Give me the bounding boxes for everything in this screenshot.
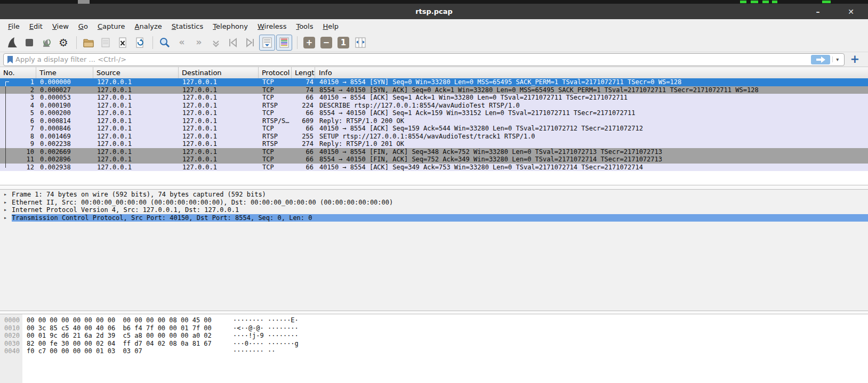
zoom-out-icon[interactable]: − (318, 35, 334, 51)
column-header-time[interactable]: Time (36, 67, 93, 78)
menu-item-capture[interactable]: Capture (93, 21, 130, 32)
expand-arrow-icon[interactable]: ▸ (4, 206, 7, 214)
hex-row-0010[interactable]: 001000 3c 85 c5 40 00 40 06 b6 f4 7f 00 … (0, 324, 868, 332)
expand-arrow-icon[interactable]: ▸ (4, 214, 7, 222)
expand-arrow-icon[interactable]: ▸ (4, 199, 7, 207)
packet-row-8[interactable]: 80.001469127.0.0.1127.0.0.1RTSP255SETUP … (0, 133, 868, 141)
packet-row-1[interactable]: 10.000000127.0.0.1127.0.0.1TCP7440150 → … (0, 78, 868, 86)
column-header-protocol[interactable]: Protocol (259, 67, 292, 78)
hex-ascii[interactable]: ·<··@·@· ········ (233, 324, 299, 332)
apply-filter-icon[interactable] (811, 55, 830, 64)
column-header-source[interactable]: Source (93, 67, 179, 78)
hex-offset: 0000 (0, 316, 22, 324)
packet-row-5[interactable]: 50.000200127.0.0.1127.0.0.1TCP668554 → 4… (0, 109, 868, 117)
packet-time: 0.000000 (36, 78, 93, 86)
packet-row-12[interactable]: 120.002938127.0.0.1127.0.0.1TCP6640150 →… (0, 164, 868, 172)
toolbar-separator (297, 36, 298, 49)
colorize-packets-icon[interactable] (276, 35, 292, 51)
packet-row-3[interactable]: 30.000053127.0.0.1127.0.0.1TCP6640150 → … (0, 94, 868, 102)
expand-arrow-icon[interactable]: ▸ (4, 191, 7, 199)
last-packet-icon[interactable] (242, 35, 258, 51)
packet-row-9[interactable]: 90.002238127.0.0.1127.0.0.1RTSP274Reply:… (0, 140, 868, 148)
menu-item-statistics[interactable]: Statistics (167, 21, 208, 32)
minimize-icon[interactable]: – (806, 4, 830, 19)
hex-ascii[interactable]: ····!j-9 ········ (233, 332, 299, 340)
hex-row-0020[interactable]: 002000 01 9c d6 21 6a 2d 39 c5 a8 00 00 … (0, 332, 868, 340)
hex-bytes[interactable]: 00 3c 85 c5 40 00 40 06 b6 f4 7f 00 00 0… (22, 324, 233, 332)
pane-splitter-top[interactable] (0, 185, 868, 190)
column-header-info[interactable]: Info (315, 67, 868, 78)
normal-size-icon[interactable]: 1 (335, 35, 351, 51)
packet-row-11[interactable]: 110.002896127.0.0.1127.0.0.1TCP668554 → … (0, 156, 868, 164)
packet-destination: 127.0.0.1 (179, 140, 259, 148)
packet-time: 0.000190 (36, 102, 93, 110)
hex-bytes[interactable]: 00 00 00 00 00 00 00 00 00 00 00 00 08 0… (22, 316, 233, 324)
packet-destination: 127.0.0.1 (179, 133, 259, 141)
conversation-bracket (5, 156, 9, 164)
menu-item-wireless[interactable]: Wireless (253, 21, 291, 32)
menu-item-file[interactable]: File (3, 21, 25, 32)
close-icon[interactable]: ✕ (839, 4, 863, 19)
hex-bytes[interactable]: 82 00 fe 30 00 00 02 04 ff d7 04 02 08 0… (22, 340, 233, 348)
display-filter-input[interactable] (14, 55, 811, 64)
packet-row-10[interactable]: 100.002669127.0.0.1127.0.0.1TCP6640150 →… (0, 148, 868, 156)
reload-file-icon[interactable] (132, 35, 148, 51)
find-packet-icon[interactable] (157, 35, 173, 51)
menu-item-help[interactable]: Help (318, 21, 343, 32)
capture-options-icon[interactable]: ⚙ (55, 35, 71, 51)
close-file-icon[interactable] (115, 35, 131, 51)
packet-info: 40150 → 8554 [ACK] Seq=159 Ack=544 Win=3… (315, 125, 868, 133)
go-back-icon[interactable]: « (174, 35, 190, 51)
hex-row-0030[interactable]: 003082 00 fe 30 00 00 02 04 ff d7 04 02 … (0, 340, 868, 348)
menu-item-edit[interactable]: Edit (25, 21, 47, 32)
detail-text: Transmission Control Protocol, Src Port:… (12, 214, 868, 222)
go-to-packet-icon[interactable] (208, 35, 224, 51)
detail-row-0[interactable]: ▸Frame 1: 74 bytes on wire (592 bits), 7… (0, 191, 868, 199)
resize-columns-icon[interactable] (352, 35, 368, 51)
packet-info: SETUP rtsp://127.0.0.1:8554/wavAudioTest… (315, 133, 868, 141)
detail-row-3[interactable]: ▸Transmission Control Protocol, Src Port… (0, 214, 868, 222)
zoom-in-icon[interactable]: + (301, 35, 317, 51)
menu-item-telephony[interactable]: Telephony (208, 21, 253, 32)
hex-row-0040[interactable]: 0040f0 c7 00 00 00 00 01 03 03 07·······… (0, 347, 868, 355)
open-file-icon[interactable] (81, 35, 97, 51)
hex-bytes[interactable]: f0 c7 00 00 00 00 01 03 03 07 (22, 347, 233, 355)
detail-row-2[interactable]: ▸Internet Protocol Version 4, Src: 127.0… (0, 206, 868, 214)
menu-item-tools[interactable]: Tools (291, 21, 318, 32)
packet-source: 127.0.0.1 (93, 140, 179, 148)
hex-bytes[interactable]: 00 01 9c d6 21 6a 2d 39 c5 a8 00 00 00 0… (22, 332, 233, 340)
go-forward-icon[interactable]: » (191, 35, 207, 51)
display-filter-field[interactable]: ▾ (3, 53, 845, 66)
packet-time: 0.002896 (36, 156, 93, 164)
restart-capture-icon[interactable] (38, 35, 54, 51)
column-header-length[interactable]: Length (292, 67, 315, 78)
auto-scroll-icon[interactable] (259, 35, 275, 51)
save-file-icon[interactable] (98, 35, 114, 51)
desktop-green-mark (740, 1, 746, 3)
add-filter-button-icon[interactable]: + (845, 54, 865, 65)
start-capture-icon[interactable] (4, 35, 20, 51)
packet-row-2[interactable]: 20.000027127.0.0.1127.0.0.1TCP748554 → 4… (0, 86, 868, 94)
stop-capture-icon[interactable] (21, 35, 37, 51)
first-packet-icon[interactable] (225, 35, 241, 51)
menu-item-go[interactable]: Go (74, 21, 93, 32)
hex-ascii[interactable]: ········ ······E· (233, 316, 299, 324)
detail-row-1[interactable]: ▸Ethernet II, Src: 00:00:00_00:00:00 (00… (0, 199, 868, 207)
menu-item-view[interactable]: View (47, 21, 74, 32)
packet-no: 3 (0, 94, 36, 102)
column-header-destination[interactable]: Destination (179, 67, 259, 78)
hex-row-0000[interactable]: 000000 00 00 00 00 00 00 00 00 00 00 00 … (0, 316, 868, 324)
filter-history-caret-icon[interactable]: ▾ (832, 56, 842, 62)
menu-item-analyze[interactable]: Analyze (130, 21, 167, 32)
hex-ascii[interactable]: ···0···· ·······g (233, 340, 299, 348)
packet-length: 66 (292, 125, 315, 133)
bookmark-icon[interactable] (6, 55, 14, 64)
packet-length: 74 (292, 86, 315, 94)
pane-splitter-bottom[interactable] (0, 311, 868, 314)
packet-info: 8554 → 40150 [SYN, ACK] Seq=0 Ack=1 Win=… (315, 86, 868, 94)
packet-row-7[interactable]: 70.000846127.0.0.1127.0.0.1TCP6640150 → … (0, 125, 868, 133)
column-header-no[interactable]: No. (0, 67, 36, 78)
packet-row-6[interactable]: 60.000814127.0.0.1127.0.0.1RTSP/S…609Rep… (0, 117, 868, 125)
hex-ascii[interactable]: ········ ·· (233, 347, 275, 355)
packet-row-4[interactable]: 40.000190127.0.0.1127.0.0.1RTSP224DESCRI… (0, 102, 868, 110)
